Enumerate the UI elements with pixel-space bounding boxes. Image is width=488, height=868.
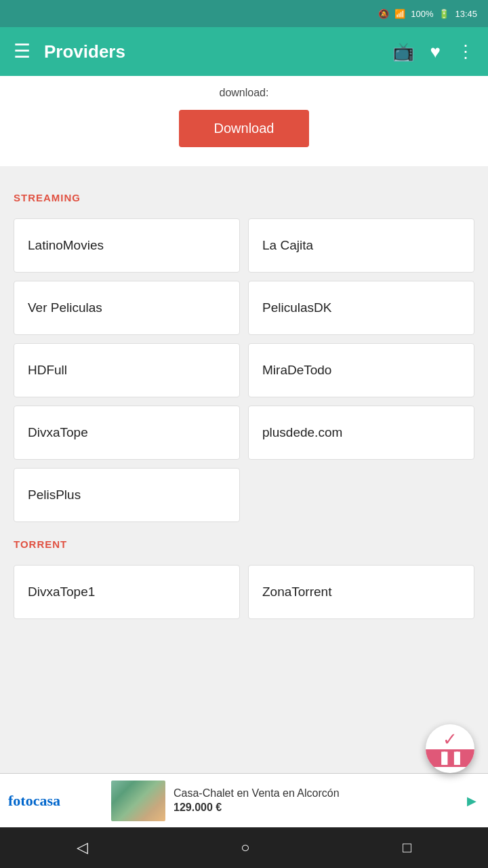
streaming-grid: LatinoMovies La Cajita Ver Peliculas Pel… <box>0 218 488 522</box>
app-bar-actions: 📺 ♥ ⋮ <box>392 41 474 62</box>
more-options-icon[interactable]: ⋮ <box>457 41 474 62</box>
torrent-grid: DivxaTope1 ZonaTorrent <box>0 565 488 619</box>
provider-pelisplus[interactable]: PelisPlus <box>14 468 240 522</box>
status-bar: 🔕 📶 100% 🔋 13:45 <box>0 0 488 27</box>
download-button[interactable]: Download <box>179 110 310 147</box>
app-title: Providers <box>44 41 392 62</box>
ad-text: Casa-Chalet en Venta en Alcorcón 129.000… <box>174 787 464 815</box>
ad-price: 129.000 € <box>174 801 464 815</box>
download-section: download: Download <box>0 76 488 166</box>
provider-hdfull[interactable]: HDFull <box>14 343 240 397</box>
provider-divxatope1[interactable]: DivxaTope1 <box>14 565 240 619</box>
torrent-label: TORRENT <box>14 538 474 550</box>
check-icon: ✓ <box>443 730 458 748</box>
fab-bar: ▐▌▐▌ <box>426 749 474 767</box>
ad-image <box>111 781 165 821</box>
favorites-icon[interactable]: ♥ <box>430 41 441 62</box>
streaming-label: STREAMING <box>14 192 474 203</box>
battery-icon: 🔋 <box>439 9 449 19</box>
recents-button[interactable]: □ <box>389 833 425 862</box>
wifi-icon: 📶 <box>394 9 405 19</box>
torrent-section-header: TORRENT <box>0 522 488 565</box>
ad-banner[interactable]: fotocasa Casa-Chalet en Venta en Alcorcó… <box>0 773 488 827</box>
streaming-section-header: STREAMING <box>0 176 488 218</box>
download-prompt-text: download: <box>220 87 269 99</box>
back-button[interactable]: ◁ <box>63 833 102 862</box>
provider-latinomovies[interactable]: LatinoMovies <box>14 218 240 273</box>
provider-lacajita[interactable]: La Cajita <box>248 218 474 273</box>
tv-icon[interactable]: 📺 <box>392 41 414 62</box>
time-display: 13:45 <box>455 9 477 19</box>
provider-divxatope[interactable]: DivxaTope <box>14 406 240 460</box>
ad-brand-logo: fotocasa <box>8 792 103 810</box>
provider-miradetodo[interactable]: MiraDeTodo <box>248 343 474 397</box>
app-bar: ☰ Providers 📺 ♥ ⋮ <box>0 27 488 76</box>
provider-zonatorrent[interactable]: ZonaTorrent <box>248 565 474 619</box>
menu-button[interactable]: ☰ <box>14 42 30 61</box>
navigation-bar: ◁ ○ □ <box>0 827 488 868</box>
provider-verpeliculas[interactable]: Ver Peliculas <box>14 281 240 335</box>
audio-bars-icon: ▐▌▐▌ <box>437 752 462 764</box>
home-button[interactable]: ○ <box>227 833 263 862</box>
ad-title: Casa-Chalet en Venta en Alcorcón <box>174 787 464 801</box>
signal-icon: 🔕 <box>378 9 389 19</box>
divider <box>0 166 488 176</box>
ad-arrow-icon: ▶ <box>464 793 480 809</box>
battery-text: 100% <box>411 9 433 19</box>
provider-plusdede[interactable]: plusdede.com <box>248 406 474 460</box>
fab-button[interactable]: ✓ ▐▌▐▌ <box>426 724 474 773</box>
hamburger-icon: ☰ <box>14 41 30 62</box>
provider-peliculasdk[interactable]: PeliculasDK <box>248 281 474 335</box>
